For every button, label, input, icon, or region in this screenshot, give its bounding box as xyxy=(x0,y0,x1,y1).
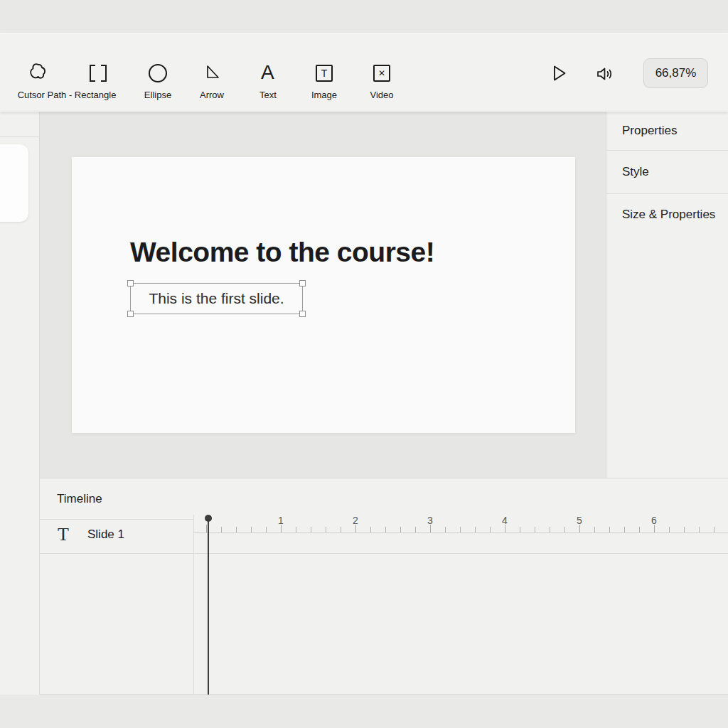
resize-handle-top-left[interactable] xyxy=(127,280,134,287)
speaker-icon xyxy=(596,66,616,82)
arrow-tool-button[interactable] xyxy=(204,65,221,82)
play-button[interactable] xyxy=(552,65,567,82)
sidebar-item-label: Size & Properties xyxy=(622,208,715,222)
ruler-tick xyxy=(236,527,237,532)
image-icon: T xyxy=(321,68,328,79)
arrow-icon xyxy=(204,65,221,82)
ruler-tick xyxy=(281,525,282,532)
arrow-label: Arrow xyxy=(200,90,224,100)
track-label: Slide 1 xyxy=(87,528,124,542)
ruler-tick xyxy=(609,527,610,532)
cursor-path-tool-button[interactable] xyxy=(28,62,48,85)
ruler-tick xyxy=(579,525,580,532)
ruler-tick xyxy=(714,527,714,532)
rectangle-icon xyxy=(89,64,107,82)
volume-button[interactable] xyxy=(596,66,616,82)
resize-handle-bottom-right[interactable] xyxy=(299,311,306,317)
resize-handle-top-right[interactable] xyxy=(299,280,306,287)
ruler-tick xyxy=(355,525,356,532)
ruler-tick xyxy=(535,527,535,532)
ruler-tick xyxy=(550,527,550,532)
cursor-path-rectangle-label: Cutsor Path - Rectangle xyxy=(18,90,117,100)
video-icon: ✕ xyxy=(378,68,385,78)
textbox-text: This is the first slide. xyxy=(149,290,284,307)
selected-textbox[interactable]: This is the first slide. xyxy=(130,283,303,314)
ruler-tick xyxy=(326,527,326,532)
ruler-tick xyxy=(221,527,222,532)
sidebar-item-properties[interactable]: Properties xyxy=(606,111,728,151)
ruler-tick xyxy=(311,527,311,532)
playhead-line xyxy=(208,518,209,695)
sidebar-item-label: Style xyxy=(622,165,649,179)
window-top-strip xyxy=(0,0,728,33)
ruler-baseline xyxy=(193,532,728,533)
text-track-icon: T xyxy=(58,525,69,544)
sidebar-item-size-properties[interactable]: Size & Properties xyxy=(606,194,728,235)
cursor-path-icon xyxy=(28,62,48,85)
sidebar-item-style[interactable]: Style xyxy=(606,151,728,194)
ellipse-tool-button[interactable] xyxy=(148,63,168,83)
ruler-tick xyxy=(594,527,595,532)
ruler-tick xyxy=(669,527,670,532)
slide-title-text[interactable]: Welcome to the course! xyxy=(130,237,434,268)
ruler-tick xyxy=(699,527,700,532)
ruler-tick xyxy=(624,527,625,532)
slide-surface[interactable]: Welcome to the course! This is the first… xyxy=(72,157,575,433)
ruler-tick xyxy=(505,525,505,532)
ruler-tick xyxy=(341,527,341,532)
ruler-tick xyxy=(475,527,476,532)
slides-panel-header xyxy=(0,111,39,137)
ruler-tick xyxy=(266,527,267,532)
inspector-sidebar: Properties Style Size & Properties xyxy=(606,111,728,478)
play-icon xyxy=(552,65,567,82)
ruler-tick xyxy=(564,527,565,532)
resize-handle-bottom-left[interactable] xyxy=(127,311,134,317)
ruler-tick xyxy=(400,527,401,532)
ellipse-label: Ellipse xyxy=(144,90,171,100)
ruler-tick xyxy=(296,527,296,532)
timeline-ruler[interactable]: 123456 xyxy=(193,478,728,695)
ellipse-icon xyxy=(148,63,168,83)
ruler-tick xyxy=(460,527,461,532)
sidebar-item-label: Properties xyxy=(622,124,677,138)
ruler-tick xyxy=(385,527,386,532)
slides-panel xyxy=(0,111,40,695)
ruler-tick xyxy=(639,527,640,532)
toolbar: A T ✕ Cutsor Path - Rectangle Ellipse Ar… xyxy=(0,33,728,112)
timeline-panel: Timeline T Slide 1 123456 xyxy=(40,478,728,695)
ruler-tick xyxy=(520,527,520,532)
video-tool-button[interactable]: ✕ xyxy=(373,65,390,82)
ruler-tick xyxy=(430,525,431,532)
ruler-tick xyxy=(684,527,685,532)
ruler-tick xyxy=(415,527,416,532)
ruler-tick xyxy=(206,525,207,532)
ruler-tick xyxy=(251,527,252,532)
editor-canvas[interactable]: Welcome to the course! This is the first… xyxy=(40,111,606,478)
window-bottom-strip xyxy=(0,695,728,728)
image-label: Image xyxy=(311,90,337,100)
ruler-tick xyxy=(445,527,446,532)
video-label: Video xyxy=(370,90,393,100)
text-label: Text xyxy=(259,90,277,100)
text-tool-icon: A xyxy=(261,63,274,82)
slide-thumbnail[interactable] xyxy=(0,144,28,222)
timeline-title: Timeline xyxy=(57,492,102,506)
image-tool-button[interactable]: T xyxy=(316,65,333,82)
ruler-tick xyxy=(654,525,655,532)
zoom-level-button[interactable]: 66,87% xyxy=(643,58,708,88)
ruler-tick xyxy=(370,527,371,532)
timeline-track-slide1[interactable]: T Slide 1 xyxy=(40,520,193,553)
zoom-level-value: 66,87% xyxy=(655,66,697,80)
ruler-tick xyxy=(490,527,491,532)
rectangle-tool-button[interactable] xyxy=(89,64,107,82)
